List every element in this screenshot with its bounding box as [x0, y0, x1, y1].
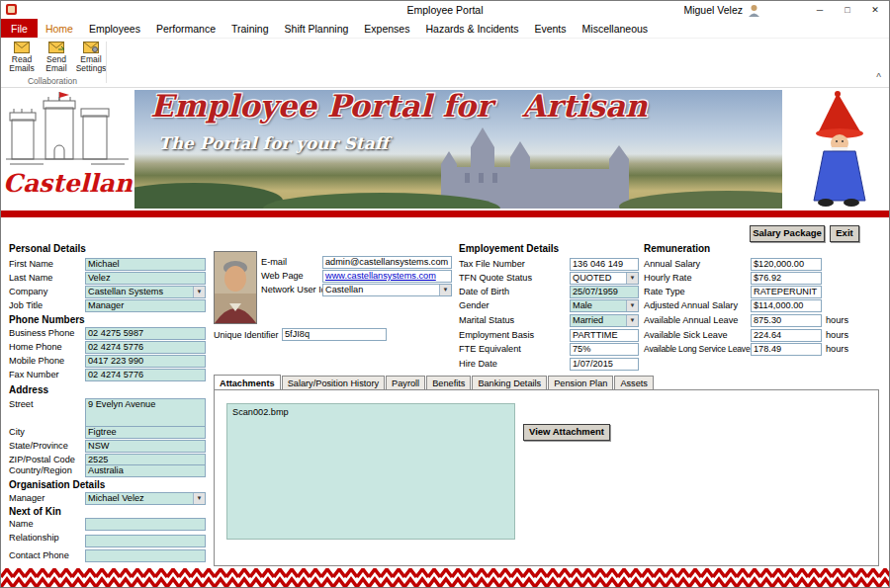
attachments-list[interactable]: Scan002.bmp: [226, 403, 515, 540]
tab-miscellaneous[interactable]: Miscellaneous: [575, 19, 657, 38]
app-icon: [6, 4, 17, 15]
company-combo[interactable]: Castellan Systems ▼: [85, 286, 206, 298]
tab-attachments[interactable]: Attachments: [214, 375, 281, 389]
tab-assets[interactable]: Assets: [614, 376, 654, 389]
web-page-link[interactable]: www.castellansystems.com: [325, 271, 436, 281]
hourly-rate-field[interactable]: $76.92: [751, 272, 822, 285]
tab-events[interactable]: Events: [526, 19, 574, 38]
titlebar: Employee Portal Miguel Velez ─ □ ✕: [1, 1, 889, 19]
tab-training[interactable]: Training: [223, 19, 277, 38]
available-lsl-field[interactable]: 178.49: [751, 343, 822, 356]
dropdown-arrow-icon[interactable]: ▼: [193, 493, 205, 504]
close-button[interactable]: ✕: [861, 1, 889, 19]
city-field[interactable]: Figtree: [85, 426, 206, 439]
wizard-mascot-icon: [804, 90, 873, 209]
last-name-field[interactable]: Velez: [85, 272, 206, 285]
salary-package-button[interactable]: Salary Package: [750, 225, 825, 242]
tab-shift-planning[interactable]: Shift Planning: [277, 19, 357, 38]
tax-file-number-field[interactable]: 136 046 149: [570, 258, 639, 271]
lsl-hours-suffix: hours: [826, 344, 848, 354]
kin-contact-phone-field[interactable]: [85, 549, 206, 562]
available-sick-leave-field[interactable]: 224.64: [751, 329, 822, 342]
tab-performance[interactable]: Performance: [148, 19, 223, 38]
banner: Castellan Employ: [1, 88, 890, 210]
tfn-quote-status-combo[interactable]: QUOTED ▼: [570, 272, 639, 285]
business-phone-field[interactable]: 02 4275 5987: [85, 327, 206, 340]
view-attachment-button[interactable]: View Attachment: [523, 424, 610, 441]
rate-type-field[interactable]: RATEPERUNIT: [751, 286, 822, 298]
fax-number-field[interactable]: 02 4274 5776: [85, 369, 206, 381]
marital-status-combo[interactable]: Married ▼: [570, 314, 639, 327]
city-label: City: [9, 427, 25, 437]
business-phone-label: Business Phone: [9, 328, 74, 338]
castellan-logo: Castellan: [1, 88, 134, 210]
dropdown-arrow-icon[interactable]: ▼: [626, 273, 638, 284]
home-phone-field[interactable]: 02 4274 5776: [85, 341, 206, 354]
zigzag-border: [1, 568, 890, 588]
employment-basis-label: Employment Basis: [459, 330, 534, 340]
banner-subtitle: The Portal for your Staff: [158, 133, 389, 153]
email-field[interactable]: admin@castellansystems.com: [322, 256, 452, 269]
tab-expenses[interactable]: Expenses: [356, 19, 417, 38]
annual-leave-hours-suffix: hours: [826, 315, 848, 325]
envelope-gear-icon: [83, 42, 99, 53]
fte-equivalent-field[interactable]: 75%: [570, 343, 639, 356]
dropdown-arrow-icon[interactable]: ▼: [439, 285, 451, 295]
tab-salary-position-history[interactable]: Salary/Position History: [282, 376, 385, 389]
kin-contact-phone-label: Contact Phone: [9, 550, 69, 560]
employment-basis-field[interactable]: PARTTIME: [570, 329, 639, 342]
job-title-field[interactable]: Manager: [85, 299, 206, 312]
kin-relationship-field[interactable]: [85, 535, 206, 547]
tab-employees[interactable]: Employees: [81, 19, 148, 38]
kin-relationship-label: Relationship: [9, 533, 59, 543]
dropdown-arrow-icon[interactable]: ▼: [193, 287, 205, 297]
date-of-birth-field[interactable]: 25/07/1959: [570, 286, 639, 298]
hourly-rate-label: Hourly Rate: [644, 273, 692, 283]
date-of-birth-label: Date of Birth: [459, 287, 509, 296]
marital-status-label: Marital Status: [459, 315, 514, 325]
exit-button[interactable]: Exit: [830, 225, 859, 242]
gender-combo[interactable]: Male ▼: [570, 299, 639, 312]
web-page-field[interactable]: www.castellansystems.com: [322, 270, 452, 283]
manager-combo[interactable]: Michael Velez ▼: [85, 492, 206, 505]
banner-photo: Employee Portal for Artisan The Portal f…: [134, 90, 782, 209]
read-emails-button[interactable]: Read Emails: [5, 42, 39, 73]
attachment-list-item[interactable]: Scan002.bmp: [227, 404, 514, 420]
network-user-combo[interactable]: Castellan ▼: [322, 284, 452, 296]
fax-number-label: Fax Number: [9, 370, 59, 379]
sick-leave-hours-suffix: hours: [826, 330, 848, 340]
annual-salary-field[interactable]: $120,000.00: [751, 258, 822, 271]
window-title: Employee Portal: [406, 4, 483, 16]
dropdown-arrow-icon[interactable]: ▼: [626, 300, 638, 311]
tab-pension-plan[interactable]: Pension Plan: [548, 376, 613, 389]
tab-banking-details[interactable]: Banking Details: [472, 376, 547, 389]
first-name-field[interactable]: Michael: [85, 258, 206, 271]
kin-name-label: Name: [9, 519, 34, 529]
minimize-button[interactable]: ─: [806, 1, 834, 19]
available-annual-leave-field[interactable]: 875.30: [751, 314, 822, 327]
rate-type-label: Rate Type: [644, 287, 685, 296]
fte-equivalent-label: FTE Equivalent: [459, 344, 521, 354]
adjusted-annual-salary-field[interactable]: $114,000.00: [751, 299, 822, 312]
ribbon-collapse-icon[interactable]: ^: [876, 72, 881, 83]
unique-identifier-label: Unique Identifier: [214, 330, 279, 340]
tab-file[interactable]: File: [1, 19, 38, 38]
unique-identifier-field[interactable]: 5fJI8q: [282, 328, 387, 341]
job-title-label: Job Title: [9, 300, 43, 310]
send-email-button[interactable]: Send Email: [40, 42, 73, 73]
mobile-phone-field[interactable]: 0417 223 990: [85, 355, 206, 368]
tab-home[interactable]: Home: [38, 19, 81, 38]
maximize-button[interactable]: □: [834, 1, 861, 19]
banner-title-right: Artisan: [522, 90, 648, 124]
email-settings-button[interactable]: Email Settings: [74, 42, 108, 73]
street-label: Street: [9, 399, 34, 409]
tab-benefits[interactable]: Benefits: [426, 376, 471, 389]
state-field[interactable]: NSW: [85, 440, 206, 453]
dropdown-arrow-icon[interactable]: ▼: [626, 315, 638, 326]
tab-hazards-incidents[interactable]: Hazards & Incidents: [417, 19, 526, 38]
hire-date-field[interactable]: 1/07/2015: [570, 358, 639, 371]
country-field[interactable]: Australia: [85, 464, 206, 477]
tab-payroll[interactable]: Payroll: [386, 376, 425, 389]
banner-trees: [134, 171, 782, 209]
kin-name-field[interactable]: [85, 518, 206, 531]
